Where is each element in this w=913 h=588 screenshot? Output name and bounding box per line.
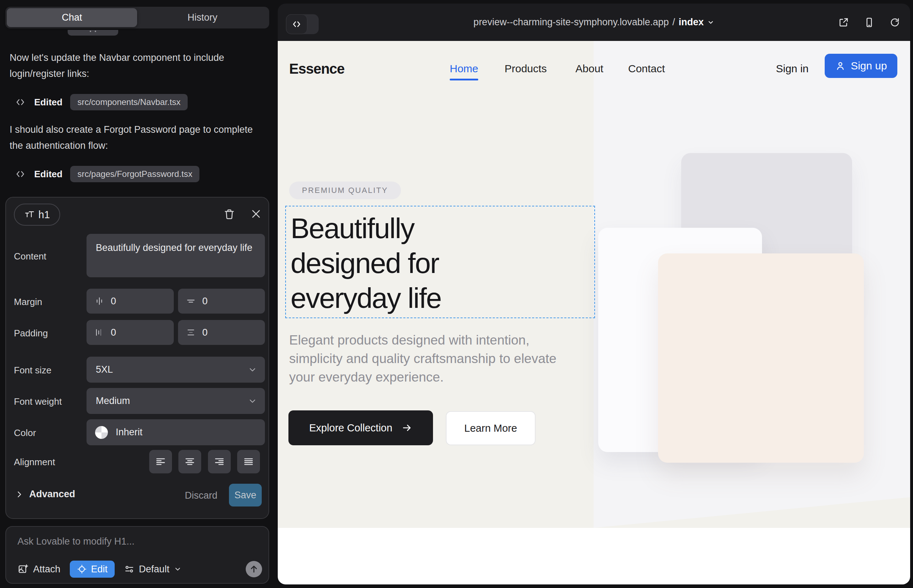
hero-headline: Beautifully designed for everyday life — [291, 211, 441, 316]
edit-mode-chip[interactable]: Edit — [70, 561, 115, 578]
user-icon — [835, 60, 846, 71]
edited-label: Edited — [34, 169, 62, 180]
edited-file-row[interactable]: Edited src/components/Navbar.tsx — [14, 93, 188, 111]
nav-link-products[interactable]: Products — [505, 63, 547, 75]
active-nav-underline — [450, 79, 478, 81]
sliders-icon — [124, 564, 134, 575]
clipped-badge-fragment — [68, 30, 118, 36]
explore-collection-button[interactable]: Explore Collection — [288, 410, 433, 445]
chevron-down-icon — [248, 365, 257, 375]
refresh-icon[interactable] — [889, 17, 900, 28]
tab-history[interactable]: History — [136, 12, 269, 23]
element-tag-pill[interactable]: h1 — [14, 204, 60, 226]
edited-file-badge[interactable]: src/components/Navbar.tsx — [70, 94, 187, 110]
chat-history-tabbar: Chat History — [5, 7, 269, 29]
content-label: Content — [14, 251, 46, 262]
margin-vertical-icon — [186, 296, 196, 306]
attach-label: Attach — [33, 564, 60, 575]
content-textarea[interactable]: Beautifully designed for everyday life — [87, 234, 265, 277]
tab-history-label: History — [187, 12, 217, 23]
padding-y-input[interactable]: 0 — [178, 320, 265, 345]
nav-link-home[interactable]: Home — [450, 63, 478, 75]
assistant-message: Now let's update the Navbar component to… — [10, 50, 255, 82]
font-size-select[interactable]: 5XL — [87, 357, 265, 383]
explore-collection-label: Explore Collection — [309, 422, 392, 434]
chevron-right-icon — [15, 490, 24, 499]
attach-image-icon — [18, 564, 29, 575]
chat-sidebar: Chat History Now let's update the Navbar… — [0, 0, 278, 588]
chevron-down-icon — [174, 565, 181, 573]
edit-label: Edit — [91, 564, 108, 575]
element-tag-label: h1 — [39, 209, 50, 221]
save-button[interactable]: Save — [229, 484, 262, 507]
decor-card-cream — [658, 254, 864, 463]
margin-x-input[interactable]: 0 — [87, 289, 174, 313]
sign-up-button[interactable]: Sign up — [825, 54, 897, 78]
align-right-button[interactable] — [208, 450, 231, 473]
align-center-button[interactable] — [178, 450, 201, 473]
site-viewport: Essence Home Products About Contact Sign… — [278, 41, 910, 585]
nav-link-about[interactable]: About — [575, 63, 603, 75]
padding-x-value: 0 — [111, 327, 116, 338]
align-left-button[interactable] — [149, 450, 172, 473]
tab-chat-label: Chat — [62, 12, 82, 23]
sign-in-link[interactable]: Sign in — [776, 63, 809, 75]
open-external-icon[interactable] — [838, 17, 849, 28]
default-label: Default — [139, 564, 170, 575]
discard-button[interactable]: Discard — [185, 490, 218, 501]
element-editor-panel: h1 Content Beautifully designed for ever… — [5, 197, 269, 519]
font-weight-value: Medium — [96, 396, 130, 407]
color-value: Inherit — [116, 427, 142, 438]
url-separator: / — [672, 17, 675, 28]
align-justify-button[interactable] — [237, 450, 260, 473]
preview-pane: preview--charming-site-symphony.lovable.… — [278, 3, 910, 585]
tab-chat[interactable]: Chat — [7, 8, 137, 27]
app-root: Chat History Now let's update the Navbar… — [0, 0, 913, 588]
send-button[interactable] — [246, 561, 262, 577]
advanced-toggle[interactable]: Advanced — [15, 489, 75, 500]
nav-link-contact[interactable]: Contact — [628, 63, 665, 75]
mobile-view-icon[interactable] — [864, 17, 874, 28]
alignment-label: Alignment — [14, 457, 55, 468]
typography-icon — [24, 209, 35, 220]
delete-element-button[interactable] — [223, 207, 235, 220]
font-weight-select[interactable]: Medium — [87, 388, 265, 414]
color-label: Color — [14, 428, 36, 438]
chevron-down-icon — [707, 19, 714, 26]
composer-input[interactable] — [18, 536, 245, 547]
url-domain: preview--charming-site-symphony.lovable.… — [474, 17, 669, 28]
hero-paragraph: Elegant products designed with intention… — [289, 331, 578, 386]
edited-file-badge[interactable]: src/pages/ForgotPassword.tsx — [70, 166, 199, 182]
sign-up-label: Sign up — [851, 60, 887, 72]
margin-y-input[interactable]: 0 — [178, 289, 265, 313]
edited-file-row[interactable]: Edited src/pages/ForgotPassword.tsx — [14, 165, 199, 183]
composer-toolbar: Attach Edit Default — [18, 560, 261, 578]
margin-horizontal-icon — [94, 296, 104, 306]
padding-vertical-icon — [186, 328, 196, 338]
padding-x-input[interactable]: 0 — [87, 320, 174, 345]
color-select[interactable]: Inherit — [87, 419, 265, 445]
default-mode-dropdown[interactable]: Default — [124, 564, 181, 575]
font-weight-label: Font weight — [14, 396, 62, 407]
site-logo[interactable]: Essence — [289, 61, 344, 77]
font-size-value: 5XL — [96, 364, 113, 375]
margin-x-value: 0 — [111, 296, 116, 307]
attach-button[interactable]: Attach — [18, 564, 60, 575]
arrow-right-icon — [401, 423, 412, 433]
premium-quality-badge: PREMIUM QUALITY — [289, 181, 401, 199]
margin-y-value: 0 — [202, 296, 207, 307]
url-bar[interactable]: preview--charming-site-symphony.lovable.… — [278, 3, 910, 41]
url-page: index — [679, 17, 704, 28]
font-size-label: Font size — [14, 365, 52, 376]
close-panel-icon[interactable] — [250, 208, 262, 220]
code-icon — [14, 97, 26, 107]
headline-line: everyday life — [291, 281, 441, 316]
assistant-message: I should also create a Forgot Password p… — [10, 122, 255, 154]
learn-more-button[interactable]: Learn More — [446, 411, 536, 445]
code-icon — [14, 169, 26, 179]
advanced-label: Advanced — [29, 489, 75, 500]
chat-composer: Attach Edit Default — [5, 526, 269, 584]
headline-line: designed for — [291, 246, 441, 281]
margin-label: Margin — [14, 297, 42, 307]
padding-label: Padding — [14, 328, 48, 339]
